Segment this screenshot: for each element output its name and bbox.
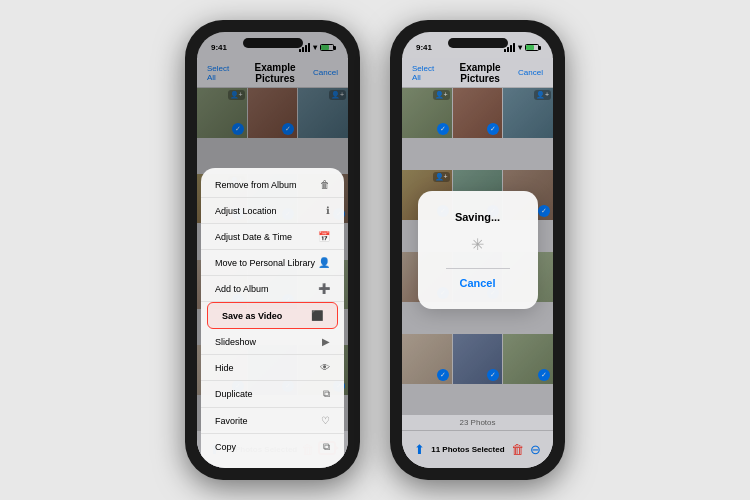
saving-title: Saving... bbox=[446, 211, 510, 223]
saving-dialog-overlay: Saving... ✳ Cancel bbox=[402, 32, 553, 468]
menu-item-hide[interactable]: Hide 👁 bbox=[201, 355, 344, 381]
menu-item-add-to-album[interactable]: Add to Album ➕ bbox=[201, 276, 344, 302]
menu-item-duplicate[interactable]: Duplicate ⧉ bbox=[201, 381, 344, 408]
phone-2: 9:41 ▾ Select All Example Pictures Cance… bbox=[390, 20, 565, 480]
saving-cancel-button[interactable]: Cancel bbox=[446, 277, 510, 289]
saving-spinner: ✳ bbox=[446, 235, 510, 254]
menu-item-slideshow[interactable]: Slideshow ▶ bbox=[201, 329, 344, 355]
phone-1-screen: 9:41 ▾ Select All Example Pictures Cance… bbox=[197, 32, 348, 468]
menu-item-copy[interactable]: Copy ⧉ bbox=[201, 434, 344, 460]
phone-2-screen: 9:41 ▾ Select All Example Pictures Cance… bbox=[402, 32, 553, 468]
menu-item-remove-from-album[interactable]: Remove from Album 🗑 bbox=[201, 172, 344, 198]
phone-1: 9:41 ▾ Select All Example Pictures Cance… bbox=[185, 20, 360, 480]
saving-dialog: Saving... ✳ Cancel bbox=[418, 191, 538, 309]
menu-item-move-personal-library[interactable]: Move to Personal Library 👤 bbox=[201, 250, 344, 276]
dialog-divider bbox=[446, 268, 510, 269]
menu-item-adjust-location[interactable]: Adjust Location ℹ bbox=[201, 198, 344, 224]
menu-item-favorite[interactable]: Favorite ♡ bbox=[201, 408, 344, 434]
context-menu-overlay-1: Remove from Album 🗑 Adjust Location ℹ Ad… bbox=[197, 32, 348, 468]
menu-item-save-as-video[interactable]: Save as Video ⬛ bbox=[207, 302, 338, 329]
menu-item-adjust-date-time[interactable]: Adjust Date & Time 📅 bbox=[201, 224, 344, 250]
context-menu-1: Remove from Album 🗑 Adjust Location ℹ Ad… bbox=[201, 168, 344, 468]
